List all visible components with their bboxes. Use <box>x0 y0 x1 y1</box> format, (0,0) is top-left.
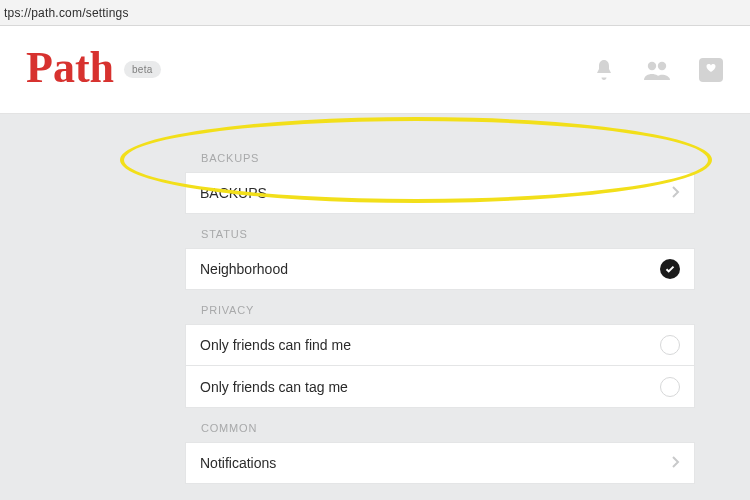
radio-unchecked-icon <box>660 335 680 355</box>
check-icon <box>660 259 680 279</box>
section-header-backups: BACKUPS <box>185 138 695 172</box>
row-label: Only friends can tag me <box>200 379 348 395</box>
chevron-right-icon <box>670 185 680 202</box>
header-actions <box>592 57 724 83</box>
settings-panel: BACKUPS BACKUPS STATUS Neighborhood PRIV… <box>185 138 695 484</box>
browser-url-bar[interactable]: tps://path.com/settings <box>0 0 750 26</box>
row-backups[interactable]: BACKUPS <box>185 172 695 214</box>
friends-icon[interactable] <box>642 59 672 81</box>
row-neighborhood[interactable]: Neighborhood <box>185 248 695 290</box>
section-header-status: STATUS <box>185 214 695 248</box>
url-text: tps://path.com/settings <box>4 6 129 20</box>
brand[interactable]: Path beta <box>26 48 161 92</box>
row-label: Only friends can find me <box>200 337 351 353</box>
row-label: BACKUPS <box>200 185 267 201</box>
logo: Path <box>26 46 114 90</box>
section-header-privacy: PRIVACY <box>185 290 695 324</box>
settings-page: BACKUPS BACKUPS STATUS Neighborhood PRIV… <box>0 114 750 484</box>
chevron-right-icon <box>670 455 680 472</box>
svg-point-0 <box>648 61 656 69</box>
notifications-icon[interactable] <box>592 58 616 82</box>
row-notifications[interactable]: Notifications <box>185 442 695 484</box>
section-header-common: COMMON <box>185 408 695 442</box>
radio-unchecked-icon <box>660 377 680 397</box>
row-label: Notifications <box>200 455 276 471</box>
row-friends-find-me[interactable]: Only friends can find me <box>185 324 695 366</box>
row-label: Neighborhood <box>200 261 288 277</box>
beta-badge: beta <box>124 61 161 78</box>
row-friends-tag-me[interactable]: Only friends can tag me <box>185 366 695 408</box>
app-header: Path beta <box>0 26 750 114</box>
svg-point-1 <box>658 61 666 69</box>
favorites-icon[interactable] <box>698 57 724 83</box>
